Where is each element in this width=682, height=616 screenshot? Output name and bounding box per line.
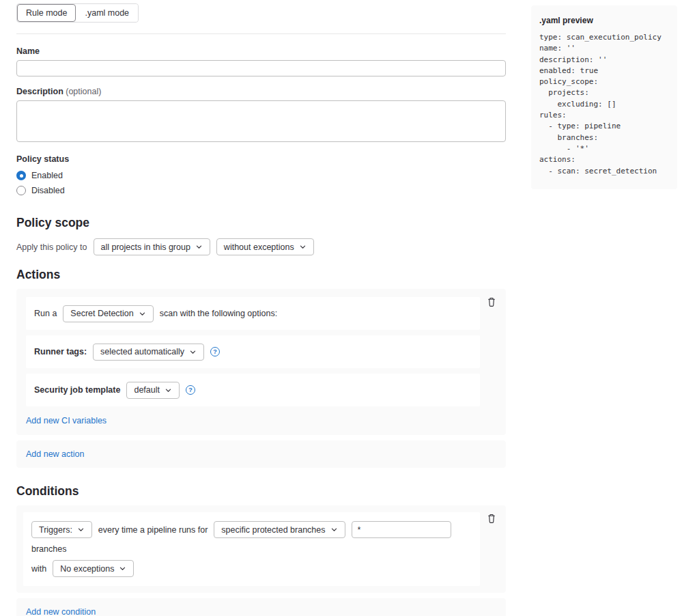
divider bbox=[16, 33, 506, 34]
runner-tags-dropdown[interactable]: selected automatically bbox=[93, 344, 204, 361]
job-template-dropdown[interactable]: default bbox=[126, 382, 180, 399]
radio-enabled[interactable] bbox=[16, 171, 26, 180]
description-optional-hint: (optional) bbox=[66, 87, 101, 96]
add-new-condition-link[interactable]: Add new condition bbox=[26, 607, 96, 616]
status-option-disabled[interactable]: Disabled bbox=[16, 184, 506, 197]
condition-line-1: Triggers: every time a pipeline runs for… bbox=[31, 521, 472, 554]
scan-type-dropdown[interactable]: Secret Detection bbox=[63, 305, 153, 322]
radio-enabled-label: Enabled bbox=[31, 171, 63, 180]
pipeline-runs-text: every time a pipeline runs for bbox=[98, 525, 208, 535]
condition-card: Triggers: every time a pipeline runs for… bbox=[16, 505, 506, 593]
radio-disabled-label: Disabled bbox=[31, 186, 65, 195]
job-template-label: Security job template bbox=[34, 385, 120, 395]
trash-icon bbox=[487, 299, 496, 309]
branch-type-dropdown[interactable]: specific protected branches bbox=[214, 521, 345, 538]
description-label: Description (optional) bbox=[16, 87, 506, 96]
job-template-row: Security job template default ? bbox=[26, 374, 480, 406]
condition-line-2: with No exceptions bbox=[31, 560, 472, 577]
yaml-preview-panel: .yaml preview type: scan_execution_polic… bbox=[531, 5, 677, 189]
name-input[interactable] bbox=[16, 60, 506, 76]
add-new-action-link[interactable]: Add new action bbox=[26, 449, 84, 459]
chevron-down-icon bbox=[77, 526, 85, 533]
branch-pattern-input[interactable] bbox=[352, 521, 451, 538]
delete-action-button[interactable] bbox=[485, 296, 498, 309]
radio-disabled[interactable] bbox=[16, 186, 26, 195]
yaml-preview-code: type: scan_execution_policy name: '' des… bbox=[539, 32, 669, 177]
status-option-enabled[interactable]: Enabled bbox=[16, 169, 506, 182]
add-action-card: Add new action bbox=[16, 440, 506, 468]
chevron-down-icon bbox=[165, 387, 172, 394]
apply-policy-text: Apply this policy to bbox=[16, 242, 87, 252]
policy-scope-heading: Policy scope bbox=[16, 216, 506, 230]
policy-form: Rule mode .yaml mode Name Description (o… bbox=[16, 3, 506, 616]
action-card: Run a Secret Detection scan with the fol… bbox=[16, 289, 506, 435]
chevron-down-icon bbox=[195, 243, 203, 251]
rule-mode-button[interactable]: Rule mode bbox=[17, 4, 76, 22]
trash-icon bbox=[487, 516, 496, 526]
runner-tags-row: Runner tags: selected automatically ? bbox=[26, 335, 480, 368]
scope-exceptions-dropdown[interactable]: without exceptions bbox=[216, 238, 314, 255]
action-scan-row: Run a Secret Detection scan with the fol… bbox=[26, 297, 480, 330]
policy-editor-page: Rule mode .yaml mode Name Description (o… bbox=[0, 0, 682, 616]
yaml-preview-title: .yaml preview bbox=[539, 16, 669, 25]
add-ci-variables-link[interactable]: Add new CI variables bbox=[26, 416, 106, 425]
chevron-down-icon bbox=[189, 348, 197, 356]
policy-status-label: Policy status bbox=[16, 154, 506, 164]
chevron-down-icon bbox=[139, 310, 146, 318]
branch-exceptions-dropdown[interactable]: No exceptions bbox=[53, 560, 134, 577]
actions-heading: Actions bbox=[16, 268, 506, 282]
add-condition-card: Add new condition bbox=[16, 598, 506, 616]
branches-text: branches bbox=[31, 544, 66, 554]
with-text: with bbox=[31, 564, 46, 574]
runner-tags-label: Runner tags: bbox=[34, 347, 87, 356]
policy-scope-row: Apply this policy to all projects in thi… bbox=[16, 238, 506, 255]
chevron-down-icon bbox=[119, 565, 126, 572]
condition-inner: Triggers: every time a pipeline runs for… bbox=[23, 512, 480, 586]
chevron-down-icon bbox=[330, 526, 338, 533]
name-label: Name bbox=[16, 46, 506, 56]
triggers-dropdown[interactable]: Triggers: bbox=[31, 521, 92, 538]
scan-options-text: scan with the following options: bbox=[160, 309, 277, 318]
editor-mode-toggle: Rule mode .yaml mode bbox=[16, 3, 139, 23]
help-icon[interactable]: ? bbox=[210, 347, 220, 356]
help-icon[interactable]: ? bbox=[186, 385, 195, 395]
ci-variables-row: Add new CI variables bbox=[26, 416, 496, 425]
run-a-text: Run a bbox=[34, 309, 57, 318]
delete-condition-button[interactable] bbox=[485, 512, 498, 525]
yaml-mode-button[interactable]: .yaml mode bbox=[76, 4, 138, 22]
description-input[interactable] bbox=[16, 100, 506, 142]
scope-projects-dropdown[interactable]: all projects in this group bbox=[94, 238, 210, 255]
conditions-heading: Conditions bbox=[16, 484, 506, 499]
chevron-down-icon bbox=[299, 243, 307, 251]
